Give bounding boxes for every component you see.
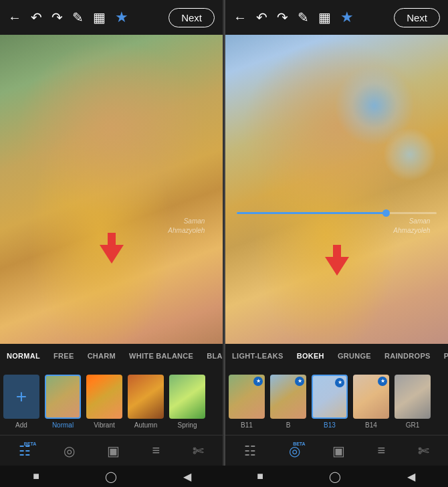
right-arrow-shaft [333, 245, 341, 258]
filter-add-thumb: + [3, 375, 39, 419]
filter-b13-thumb: ★ [312, 375, 348, 419]
category-free[interactable]: FREE [47, 351, 81, 361]
filter-autumn-thumb [128, 375, 164, 419]
filter-b13-label: B13 [324, 421, 336, 429]
left-filter-categories: NORMAL FREE CHARM WHITE BALANCE BLACK & [0, 344, 223, 368]
filter-normal-thumb [45, 375, 81, 419]
filter-b11[interactable]: ★ B11 [228, 375, 265, 429]
filter-normal[interactable]: Normal [44, 375, 82, 429]
b11-star-badge: ★ [253, 377, 263, 386]
left-nav-effect[interactable]: ☷ BETA [19, 443, 31, 459]
filter-vibrant[interactable]: Vibrant [86, 375, 123, 429]
left-toolbar-icons: ← ↶ ↷ ✎ ▦ ★ [8, 9, 128, 26]
right-star-icon[interactable]: ★ [340, 9, 354, 26]
filter-b12[interactable]: ★ B [269, 375, 307, 429]
progress-slider[interactable] [237, 212, 437, 214]
left-nav-crop[interactable]: ▣ [107, 443, 120, 459]
system-bar: ■ ◯ ◀ ■ ◯ ◀ [0, 466, 448, 487]
star-icon[interactable]: ★ [115, 9, 128, 26]
right-redo-icon[interactable]: ↷ [277, 9, 288, 25]
filter-spring-label: Spring [178, 421, 197, 429]
left-toolbar: ← ↶ ↷ ✎ ▦ ★ Next [0, 0, 223, 35]
right-layers-icon[interactable]: ▦ [318, 9, 331, 25]
filter-b11-thumb: ★ [229, 375, 265, 419]
cat-raindrops[interactable]: RAINDROPS [378, 351, 437, 361]
filter-gr1[interactable]: GR1 [394, 375, 431, 429]
right-toolbar: ← ↶ ↷ ✎ ▦ ★ Next [225, 0, 448, 35]
right-nav-tools[interactable]: ✄ [418, 443, 429, 459]
left-next-button[interactable]: Next [169, 8, 215, 27]
filter-add-label: Add [15, 421, 27, 429]
sys-triangle-2[interactable]: ◀ [407, 470, 415, 483]
right-nav-target[interactable]: ◎ BETA [289, 443, 300, 459]
left-filter-row: + Add Normal Vibrant Autumn Spring [0, 368, 223, 435]
right-effect-icon: ☷ [244, 443, 256, 459]
filter-b14[interactable]: ★ B14 [352, 375, 390, 429]
category-black[interactable]: BLACK & [200, 351, 223, 361]
left-red-arrow [100, 233, 124, 264]
right-watermark: Saman Ahmazyoleh [393, 217, 430, 235]
right-filter-row: ★ B11 ★ B ★ B13 ★ [225, 368, 448, 435]
filter-gr1-label: GR1 [406, 421, 420, 429]
category-charm[interactable]: CHARM [81, 351, 122, 361]
filter-autumn[interactable]: Autumn [127, 375, 164, 429]
sys-circle-2[interactable]: ◯ [329, 470, 341, 483]
sys-circle[interactable]: ◯ [105, 470, 117, 483]
filter-add[interactable]: + Add [3, 375, 40, 429]
right-next-button[interactable]: Next [394, 8, 440, 27]
crop-icon: ▣ [107, 443, 120, 459]
redo-icon[interactable]: ↷ [51, 9, 63, 25]
left-nav-target[interactable]: ◎ [64, 443, 75, 459]
filter-b12-label: B [286, 421, 291, 429]
cat-grunge[interactable]: GRUNGE [331, 351, 378, 361]
arrow-shaft [108, 233, 116, 246]
filter-vibrant-label: Vibrant [94, 421, 115, 429]
right-nav-effect[interactable]: ☷ [244, 443, 256, 459]
right-photo-area: Saman Ahmazyoleh [225, 35, 448, 344]
left-nav-adjust[interactable]: ≡ [152, 443, 160, 458]
filter-b12-thumb: ★ [270, 375, 306, 419]
cat-bokeh[interactable]: BOKEH [290, 351, 331, 361]
b12-star-badge: ★ [295, 377, 304, 386]
right-nav-adjust[interactable]: ≡ [378, 443, 386, 458]
tools-icon: ✄ [193, 443, 204, 459]
cat-light-leaks[interactable]: LIGHT-LEAKS [225, 351, 290, 361]
b13-star-badge: ★ [335, 378, 344, 387]
filter-autumn-label: Autumn [134, 421, 157, 429]
filter-spring-thumb [169, 375, 205, 419]
child-figure-right [225, 35, 448, 344]
category-wb[interactable]: WHITE BALANCE [122, 351, 200, 361]
b14-star-badge: ★ [378, 377, 387, 386]
right-red-arrow [325, 245, 349, 276]
undo-icon[interactable]: ↶ [31, 9, 42, 25]
layers-icon[interactable]: ▦ [93, 9, 106, 25]
pencil-icon[interactable]: ✎ [72, 9, 84, 25]
right-adjust-icon: ≡ [378, 443, 386, 458]
left-nav-tools[interactable]: ✄ [193, 443, 204, 459]
right-crop-icon: ▣ [332, 443, 345, 459]
right-pencil-icon[interactable]: ✎ [298, 9, 309, 25]
sys-square[interactable]: ■ [33, 470, 39, 482]
filter-b13[interactable]: ★ B13 [311, 375, 348, 429]
target-icon: ◎ [64, 443, 75, 459]
adjust-icon: ≡ [152, 443, 160, 458]
right-filter-categories: LIGHT-LEAKS BOKEH GRUNGE RAINDROPS PAPE [225, 344, 448, 368]
right-photo: Saman Ahmazyoleh [225, 35, 448, 344]
beta-badge-right: BETA [293, 442, 306, 446]
filter-b14-thumb: ★ [353, 375, 389, 419]
category-normal[interactable]: NORMAL [0, 351, 47, 361]
sys-square-2[interactable]: ■ [257, 470, 263, 482]
filter-spring[interactable]: Spring [169, 375, 206, 429]
right-arrow-head [325, 257, 349, 276]
right-bottom-nav: ☷ ◎ BETA ▣ ≡ ✄ [225, 435, 448, 466]
filter-vibrant-thumb [86, 375, 122, 419]
sys-triangle[interactable]: ◀ [183, 470, 191, 483]
child-figure-left [0, 35, 223, 344]
right-undo-icon[interactable]: ↶ [256, 9, 267, 25]
right-nav-crop[interactable]: ▣ [332, 443, 345, 459]
filter-normal-label: Normal [52, 421, 74, 429]
right-back-icon[interactable]: ← [233, 10, 247, 25]
cat-paper[interactable]: PAPE [437, 351, 448, 361]
filter-b11-label: B11 [241, 421, 253, 429]
back-icon[interactable]: ← [8, 10, 21, 25]
